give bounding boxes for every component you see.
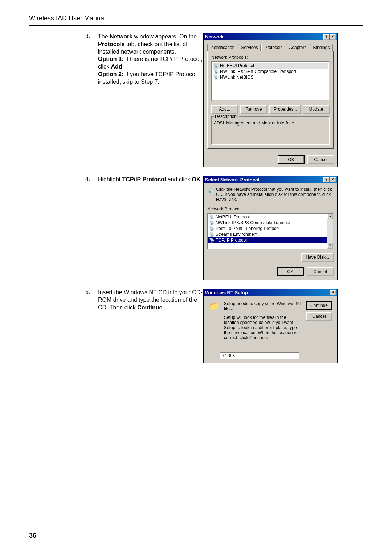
list-label: NWLink IPX/SPX Compatible Transport: [220, 69, 296, 74]
select-title: Select Network Protocol: [205, 177, 260, 182]
s3-t2: window appears. On the: [132, 33, 197, 40]
nt-body: 📁 Setup needs to copy some Windows NT fi…: [204, 296, 337, 345]
close-icon[interactable]: ×: [330, 290, 336, 295]
select-dialog-wrap: Select Network Protocol ? × 📡 Click the …: [203, 176, 338, 280]
s4-b1: TCP/IP Protocol: [122, 176, 166, 182]
select-instruction: Click the Network Protocol that you want…: [216, 187, 334, 202]
s3-b2: Protocols: [98, 41, 125, 47]
step-4-num: 4.: [85, 176, 98, 182]
scrollbar[interactable]: ▲ ▼: [327, 214, 333, 249]
step-4-text: Highlight TCP/IP Protocol and click OK.: [98, 176, 203, 184]
network-title: Network: [205, 34, 224, 40]
s3-opt1-label: Option 1:: [98, 56, 123, 62]
step-3-num: 3.: [85, 33, 98, 40]
list-item[interactable]: 📡NWLink NetBIOS: [213, 74, 328, 80]
step-4-row: 4. Highlight TCP/IP Protocol and click O…: [29, 176, 363, 280]
list-item-selected[interactable]: 📡TCP/IP Protocol: [208, 237, 327, 243]
protocol-icon: 📡: [209, 232, 214, 237]
nt-line1: Setup needs to copy some Windows NT file…: [224, 301, 302, 311]
help-icon[interactable]: ?: [323, 177, 329, 182]
step-3-row: 3. The Network window appears. On the Pr…: [29, 33, 363, 167]
nt-setup-dialog: Windows NT Setup × 📁 Setup needs to copy…: [203, 289, 338, 363]
scroll-up-icon[interactable]: ▲: [327, 214, 333, 219]
list-label: NWLink IPX/SPX Compatible Transport: [216, 220, 292, 225]
protocol-icon: 📡: [209, 214, 214, 219]
network-dialog-wrap: Network ? × Identification Services Prot…: [203, 33, 338, 167]
protocol-icon: 📡: [209, 226, 214, 231]
s4-b2: OK: [192, 176, 200, 182]
files-icon: 📁: [209, 301, 220, 311]
select-title-bar: Select Network Protocol ? ×: [204, 176, 337, 183]
cancel-button[interactable]: Cancel: [307, 155, 334, 164]
select-body: 📡 Click the Network Protocol that you wa…: [204, 183, 337, 280]
list-label: NetBEUI Protocol: [220, 63, 254, 68]
nt-title: Windows NT Setup: [205, 290, 248, 295]
network-body: Identification Services Protocols Adapte…: [204, 40, 337, 152]
nt-buttons: Continue Cancel: [306, 301, 332, 321]
protocol-icon: 📡: [213, 63, 219, 68]
nt-title-bar: Windows NT Setup ×: [204, 289, 337, 296]
location-input[interactable]: d:\i386: [220, 352, 299, 360]
protocol-icon: 📡: [209, 238, 214, 243]
select-listbox[interactable]: 📡NetBEUI Protocol 📡NWLink IPX/SPX Compat…: [207, 213, 334, 249]
scroll-down-icon[interactable]: ▼: [327, 243, 333, 249]
tab-services[interactable]: Services: [238, 44, 261, 51]
network-bottom: OK Cancel: [204, 152, 337, 167]
list-label: NetBEUI Protocol: [216, 214, 250, 219]
protocol-icon: 📡: [207, 188, 212, 193]
tab-protocols[interactable]: Protocols: [261, 44, 285, 51]
have-disk-button[interactable]: Have Disk...: [301, 253, 334, 262]
close-icon[interactable]: ×: [330, 177, 336, 182]
s3-opt1-no: no: [151, 56, 158, 62]
description-group: Description: ADSL Management and Monitor…: [211, 116, 330, 145]
s3-opt2-label: Option 2:: [98, 71, 123, 77]
list-label: Streams Environment: [216, 232, 257, 237]
select-desc: 📡 Click the Network Protocol that you wa…: [207, 187, 334, 202]
s3-opt1-p: .: [122, 63, 124, 70]
add-button[interactable]: Add...: [211, 105, 238, 114]
s5-t2: .: [163, 304, 164, 311]
continue-button[interactable]: Continue: [306, 301, 332, 310]
list-item[interactable]: 📡NetBEUI Protocol: [208, 214, 327, 220]
protocols-label: Network Protocols:: [211, 55, 330, 60]
list-item[interactable]: 📡NetBEUI Protocol: [213, 63, 328, 69]
update-button[interactable]: Update: [303, 105, 330, 114]
s3-b1: Network: [110, 33, 132, 40]
list-label: TCP/IP Protocol: [216, 238, 247, 243]
description-text: ADSL Management and Monitor Interface: [214, 120, 327, 126]
help-icon[interactable]: ?: [323, 34, 329, 40]
protocol-icon: 📡: [209, 220, 214, 225]
list-item[interactable]: 📡NWLink IPX/SPX Compatible Transport: [208, 220, 327, 226]
select-list-label: Network Protocol:: [207, 206, 334, 212]
step-3-text: The Network window appears. On the Proto…: [98, 33, 203, 86]
tab-identification[interactable]: Identification: [207, 44, 237, 51]
page-number: 36: [29, 532, 36, 539]
cancel-button[interactable]: Cancel: [307, 267, 334, 276]
s5-b1: Continue: [137, 304, 162, 311]
protocols-listbox[interactable]: 📡NetBEUI Protocol 📡NWLink IPX/SPX Compat…: [211, 61, 330, 101]
network-dialog: Network ? × Identification Services Prot…: [203, 33, 338, 167]
protocol-icon: 📡: [213, 69, 219, 74]
description-label: Description:: [214, 114, 239, 119]
select-protocol-dialog: Select Network Protocol ? × 📡 Click the …: [203, 176, 338, 280]
s4-t1: Highlight: [98, 176, 122, 182]
s4-t3: .: [200, 176, 202, 182]
ok-button[interactable]: OK: [278, 155, 305, 164]
cancel-button[interactable]: Cancel: [306, 312, 332, 321]
tab-adapters[interactable]: Adapters: [286, 44, 309, 51]
properties-button[interactable]: Properties...: [269, 105, 301, 114]
list-label: NWLink NetBIOS: [220, 75, 254, 80]
tab-bindings[interactable]: Bindings: [310, 44, 332, 51]
network-title-bar: Network ? ×: [204, 33, 337, 40]
list-item[interactable]: 📡Streams Environment: [208, 231, 327, 237]
remove-button[interactable]: Remove: [240, 105, 267, 114]
s3-opt1-add: Add: [111, 63, 122, 70]
ok-button[interactable]: OK: [277, 267, 304, 276]
s4-t2: and click: [166, 176, 192, 182]
step-5-num: 5.: [85, 289, 98, 295]
tabs: Identification Services Protocols Adapte…: [207, 44, 334, 51]
doc-header: Wireless IAD User Manual: [29, 15, 363, 26]
list-item[interactable]: 📡NWLink IPX/SPX Compatible Transport: [213, 69, 328, 74]
close-icon[interactable]: ×: [330, 34, 336, 40]
list-item[interactable]: 📡Point To Point Tunneling Protocol: [208, 226, 327, 231]
